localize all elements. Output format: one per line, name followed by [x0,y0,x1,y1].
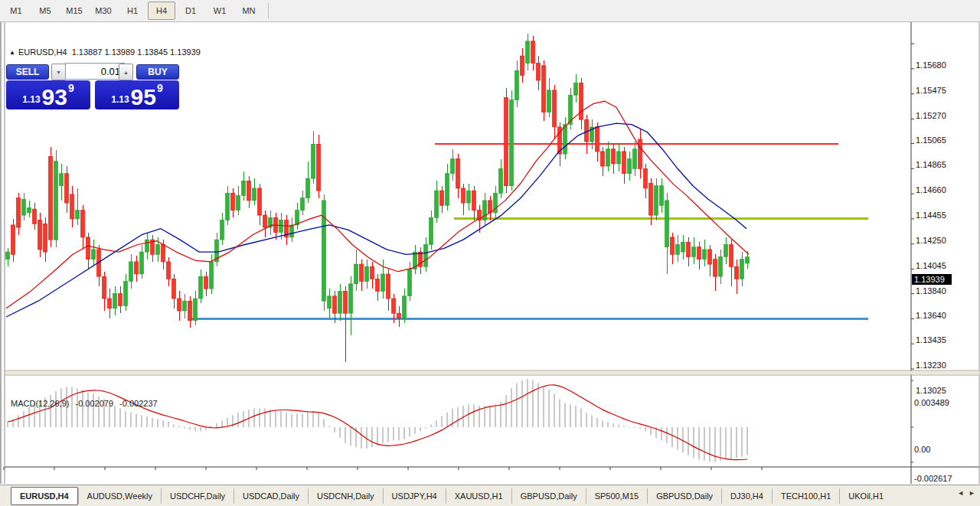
chart-tab-audusd-weekly-1[interactable]: AUDUSD,Weekly [78,488,161,504]
timeframe-button-h1[interactable]: H1 [119,2,146,20]
candle-body [676,245,680,255]
macd-histogram-bar [393,427,394,441]
candle-body [392,299,396,313]
macd-histogram-bar [361,427,362,449]
timeframe-toolbar: M1M5M15M30H1H4D1W1MN [0,0,980,22]
sell-button[interactable]: SELL [6,64,49,80]
macd-histogram-bar [543,387,544,428]
macd-histogram-bar [114,406,116,427]
chart-tab-usdjpy-h4-5[interactable]: USDJPY,H4 [383,488,446,504]
buy-price-button[interactable]: 1.13 95 9 [95,80,179,109]
ohlc-close: 1.13939 [170,47,201,57]
candle-body [585,119,589,142]
chart-tab-dj30-h4-10[interactable]: DJ30,H4 [721,488,772,504]
candle-body [113,294,117,308]
timeframe-button-mn[interactable]: MN [235,2,263,20]
macd-histogram-bar [259,409,260,428]
timeframe-button-d1[interactable]: D1 [177,2,204,20]
timeframe-button-m15[interactable]: M15 [60,2,88,20]
candle-body [622,152,626,174]
macd-histogram-bar [168,422,169,427]
candle-body [510,100,514,186]
macd-histogram-bar [473,404,475,427]
volume-decrease-button[interactable]: ▼ [51,64,66,80]
candle-body [290,225,294,237]
candle-body [708,250,712,264]
timeframe-button-m5[interactable]: M5 [31,2,59,20]
tab-scroll-right-button[interactable]: ► [969,489,975,497]
candle-body [580,83,583,119]
volume-input[interactable] [65,63,125,80]
macd-histogram-bar [264,409,266,428]
candle-body [140,252,144,274]
sell-price-button[interactable]: 1.13 93 9 [6,80,90,109]
candle-body [28,208,31,213]
candle-body [564,125,567,154]
macd-histogram-bar [704,427,705,461]
buy-price-pip: 9 [157,82,163,94]
tab-scrollers: ◄ ► [957,489,975,497]
timeframe-button-m1[interactable]: M1 [2,2,30,20]
chart-tab-bar: EURUSD,H4AUDUSD,WeeklyUSDCHF,DailyUSDCAD… [0,485,980,506]
chart-tab-gbpusd-daily-7[interactable]: GBPUSD,Daily [511,488,586,504]
candle-body [639,139,642,168]
price-axis-label: 1.14455 [916,211,946,220]
candle-body [156,245,160,255]
candle-body [204,276,208,289]
chart-tab-tech100-h1-11[interactable]: TECH100,H1 [772,488,839,504]
macd-histogram-bar [275,410,276,427]
candle-body [526,41,530,64]
chart-tab-eurusd-h4[interactable]: EURUSD,H4 [11,487,78,505]
candle-body [446,174,449,206]
candle-body [172,279,176,299]
price-axis-label: 1.14660 [916,185,946,194]
buy-button[interactable]: BUY [136,64,179,80]
macd-histogram-bar [323,419,325,428]
candle-body [81,211,85,237]
macd-histogram-bar [125,411,126,427]
timeframe-button-h4[interactable]: H4 [148,2,175,20]
panel-splitter[interactable] [5,371,979,374]
macd-histogram-bar [746,427,748,455]
candle-body [724,245,728,257]
macd-histogram-bar [607,422,609,427]
macd-histogram-bar [371,427,373,447]
chart-tab-usdchf-daily-2[interactable]: USDCHF,Daily [161,488,234,504]
candle-body [456,159,460,188]
timeframe-button-w1[interactable]: W1 [206,2,234,20]
chart-tab-gbpusd-daily-9[interactable]: GBPUSD,Daily [647,488,721,504]
timeframe-button-m30[interactable]: M30 [90,2,117,20]
price-axis-label: 1.13435 [916,335,946,344]
candle-body [430,217,433,244]
macd-histogram-bar [559,399,560,427]
candle-body [365,266,369,281]
candle-body [606,149,610,166]
macd-histogram-bar [623,426,625,427]
tab-scroll-left-button[interactable]: ◄ [957,489,964,497]
macd-histogram-bar [189,427,191,430]
macd-histogram-bar [227,418,228,427]
chart-tab-sp500-m15-8[interactable]: SP500,M15 [586,488,647,504]
volume-increase-button[interactable]: ▲ [119,64,133,80]
candle-body [38,220,42,250]
macd-histogram-bar [446,413,448,427]
candle-body [553,90,557,127]
chart-tab-xauusd-h1-6[interactable]: XAUUSD,H1 [446,488,511,504]
macd-histogram-bar [318,413,319,427]
macd-histogram-bar [725,427,727,459]
candle-body [135,262,139,274]
price-axis-label: 1.15065 [916,135,946,145]
macd-histogram-bar [307,413,309,427]
candle-body [483,201,487,220]
candle-body [263,215,267,227]
chevron-down-icon: ▼ [56,70,61,75]
toolbar-separator [268,3,269,18]
chart-tab-ukoil-h1-12[interactable]: UKOil,H1 [839,488,892,504]
chart-tab-usdcad-daily-3[interactable]: USDCAD,Daily [234,488,308,504]
symbol-marker-icon: ▲ [9,49,15,56]
macd-histogram-bar [157,419,158,428]
candle-body [344,291,348,313]
chart-tab-usdcnh-daily-4[interactable]: USDCNH,Daily [308,488,383,504]
candle-body [730,245,733,267]
macd-axis-label: 0.00 [914,445,930,454]
